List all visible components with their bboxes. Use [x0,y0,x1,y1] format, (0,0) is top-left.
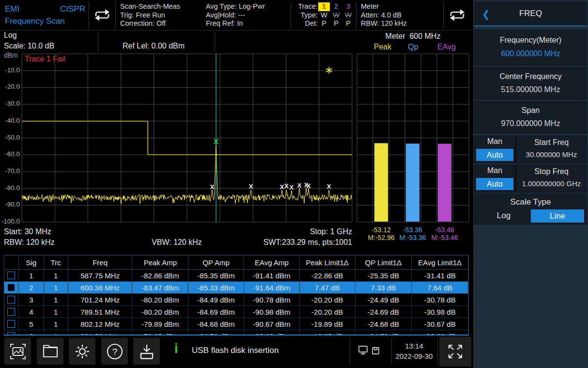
table-row[interactable]: 41789.51 MHz-80.20 dBm-84.69 dBm-90.98 d… [4,306,468,318]
peak-search-markers: XXXXXXXXX [210,181,331,191]
table-row[interactable]: 51802.12 MHz-79.89 dBm-84.68 dBm-90.67 d… [4,318,468,330]
row-checkbox[interactable] [7,308,15,316]
table-cell: 701.24 MHz [68,294,133,305]
settings-button[interactable] [69,338,95,365]
avg-status-block: Avg Type: Log-Pwr Avg|Hold: --- Freq Ref… [206,2,265,28]
fullscreen-button[interactable] [439,336,471,367]
y-tick-label: -30.0 [0,100,20,107]
save-button[interactable] [133,338,160,365]
row-select-cell [4,270,19,281]
column-header [4,256,19,269]
scan-restart-icon[interactable] [92,7,113,23]
table-cell: 6 [19,330,44,336]
menu-item-center-frequency[interactable]: Center Frequency 515.000000 MHz [474,67,587,99]
man-auto-toggle[interactable]: Man Auto [475,136,516,163]
menu-item-start-freq[interactable]: Man Auto Start Freq 30.000000 MHz [474,136,587,163]
type-label: Type: [292,11,318,20]
meter-panel-title: Meter 600 MHz [357,32,469,41]
mode-label: EMI [5,3,19,15]
table-cell: -82.86 dBm [132,270,188,281]
row-checkbox[interactable] [7,296,15,304]
spectrum-grid [22,54,352,222]
table-row[interactable]: 31701.24 MHz-80.20 dBm-84.49 dBm-90.78 d… [4,294,468,306]
menu-item-span[interactable]: Span 970.000000 MHz [474,101,587,133]
scale-log-option[interactable]: Log [484,211,523,221]
scale-value-label[interactable]: Scale: 10.0 dB [4,42,54,50]
column-header: QP Amp [188,256,244,269]
table-cell: 1 [44,270,68,281]
auto-option-selected[interactable]: Auto [476,149,513,161]
table-cell: 2 [19,282,44,293]
folder-icon [41,342,60,361]
menu-item-stop-freq[interactable]: Man Auto Stop Freq 1.000000000 GHz [474,165,587,192]
table-row[interactable]: 21600.36 MHz-83.47 dBm-85.33 dBm-91.64 d… [4,282,468,294]
scan-status-block: Scan-Search-Meas Trig: Free Run Correcti… [120,2,180,28]
limit-fail-indicator: Trace 1 Fail [25,55,65,64]
column-header: Peak Amp [132,256,188,269]
meter-restart-icon[interactable] [447,7,468,23]
meter-grid [357,54,469,222]
table-cell: 7.64 dB [412,282,468,293]
trace-1-det: P [318,19,330,28]
table-cell: -22.86 dB [300,270,356,281]
man-option[interactable]: Man [475,166,515,175]
row-select-cell [4,306,19,318]
auto-option-selected[interactable]: Auto [476,178,513,190]
item-value: 1.000000000 GHz [516,179,587,188]
menu-header[interactable]: ❮ FREQ [474,1,587,27]
help-button[interactable]: ? [101,338,128,365]
lan-usb-icon [356,344,386,359]
item-label: Span [475,106,587,115]
measurement-name: Frequency Scan [5,15,85,27]
table-cell: -80.20 dBm [132,294,188,305]
menu-item-scale-type[interactable]: Scale Type Log Line [474,194,587,224]
meter-bar-eavg [438,144,451,222]
screenshot-icon [9,342,27,361]
vbw-label: VBW: 120 kHz [136,238,218,247]
screenshot-button[interactable] [4,338,31,365]
y-tick-label: -10.0 [0,66,20,74]
table-row[interactable]: 11587.75 MHz-82.86 dBm-85.35 dBm-91.41 d… [4,270,468,282]
table-cell: -85.33 dBm [188,282,244,293]
row-checkbox[interactable] [7,284,15,291]
time-label: 13:14 [392,341,436,351]
item-label: Start Freq [516,138,587,147]
table-cell: -30.98 dB [412,306,468,318]
legend-eavg: EAvg [430,43,464,51]
divider [350,338,350,365]
table-cell: 1 [44,294,68,305]
gear-icon [73,342,92,361]
scale-mode-label[interactable]: Log [4,31,17,40]
mode-indicator[interactable]: EMI CISPR Frequency Scan [5,3,85,27]
svg-text:X: X [304,181,309,189]
table-cell: -20.20 dB [300,306,356,318]
stop-freq-label: Stop: 1 GHz [255,227,352,236]
table-cell: -83.47 dBm [132,282,188,293]
table-cell: -91.41 dBm [244,270,300,281]
svg-text:X: X [327,183,331,190]
table-row[interactable]: 61821.52 MHz-78.65 dBm-84.72 dBm-90.68 d… [4,330,468,336]
star-marker: * [325,64,333,81]
ref-level-label[interactable]: Ref Lel: 0.00 dBm [123,42,185,50]
menu-item-frequency-meter[interactable]: Frequency(Meter) 600.000000 MHz [474,30,587,65]
man-option[interactable]: Man [475,137,515,146]
rbw-label: RBW: 120 kHz [4,238,55,247]
table-cell: 5 [19,318,44,330]
active-marker-x: X [214,137,218,145]
table-cell: 1 [44,318,68,330]
trace-status-block[interactable]: Trace: 1 2 3 Type: W W W Det: P P P [292,2,354,28]
table-cell: -78.65 dBm [132,330,188,336]
row-checkbox[interactable] [7,332,15,336]
table-cell: 587.75 MHz [68,270,133,281]
signal-table[interactable]: SigTrcFreqPeak AmpQP AmpEAvg AmpPeak Lim… [4,255,469,336]
man-auto-toggle[interactable]: Man Auto [475,165,516,192]
svg-text:X: X [290,184,294,191]
row-checkbox[interactable] [7,320,15,328]
table-cell: -91.64 dBm [244,282,300,293]
meter-bar-label-eavg: -53.46M:-53.46 [426,226,463,241]
loop-arrows-icon [447,7,468,23]
table-cell: 789.51 MHz [68,306,133,318]
file-manager-button[interactable] [37,338,63,365]
scale-line-option-selected[interactable]: Line [531,209,584,223]
row-checkbox[interactable] [7,272,15,279]
